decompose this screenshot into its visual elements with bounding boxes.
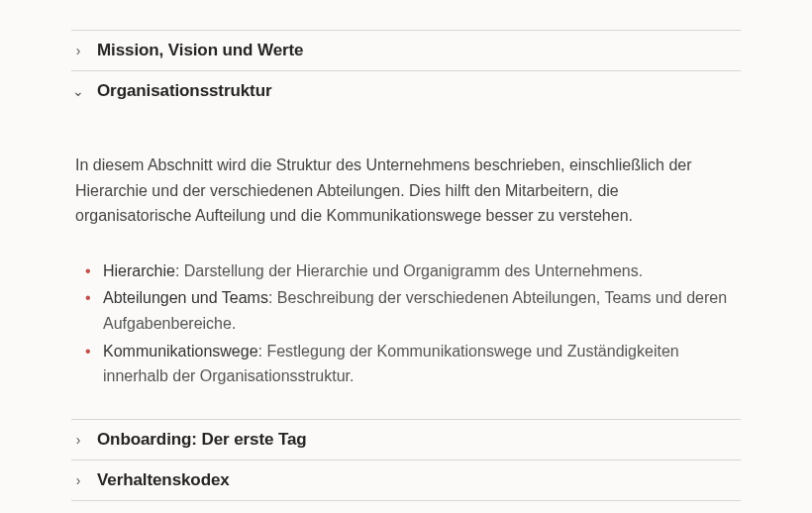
accordion-header-mission[interactable]: › Mission, Vision und Werte <box>71 31 741 70</box>
accordion-item-onboarding: › Onboarding: Der erste Tag <box>71 419 741 460</box>
chevron-right-icon: › <box>71 432 85 448</box>
bullet-list: Hierarchie: Darstellung der Hierarchie u… <box>75 258 737 389</box>
accordion-title: Mission, Vision und Werte <box>97 41 303 60</box>
list-item: Kommunikationswege: Festlegung der Kommu… <box>85 339 737 389</box>
accordion-item-processes: › Arbeitsprozesse und Arbeitsmethoden <box>71 500 741 513</box>
accordion-title: Onboarding: Der erste Tag <box>97 430 307 450</box>
list-item: Hierarchie: Darstellung der Hierarchie u… <box>85 258 737 284</box>
list-item: Abteilungen und Teams: Beschreibung der … <box>85 285 737 336</box>
bullet-term: Hierarchie <box>103 262 175 279</box>
accordion-title: Organisationsstruktur <box>97 81 271 101</box>
accordion-item-org: ⌄ Organisationsstruktur In diesem Abschn… <box>71 70 741 419</box>
intro-paragraph: In diesem Abschnitt wird die Struktur de… <box>75 153 737 229</box>
chevron-right-icon: › <box>71 43 85 58</box>
accordion-header-onboarding[interactable]: › Onboarding: Der erste Tag <box>71 420 741 460</box>
chevron-down-icon: ⌄ <box>71 83 85 99</box>
accordion-header-org[interactable]: ⌄ Organisationsstruktur <box>71 71 741 111</box>
chevron-right-icon: › <box>71 472 85 488</box>
accordion-item-conduct: › Verhaltenskodex <box>71 460 741 500</box>
accordion-item-mission: › Mission, Vision und Werte <box>71 30 741 70</box>
accordion-title: Verhaltenskodex <box>97 470 230 490</box>
bullet-desc: : Darstellung der Hierarchie und Organig… <box>175 262 643 279</box>
bullet-term: Kommunikationswege <box>103 343 258 359</box>
bullet-term: Abteilungen und Teams <box>103 289 268 306</box>
accordion-header-processes[interactable]: › Arbeitsprozesse und Arbeitsmethoden <box>71 501 741 513</box>
accordion-body-org: In diesem Abschnitt wird die Struktur de… <box>71 111 741 419</box>
accordion-header-conduct[interactable]: › Verhaltenskodex <box>71 461 741 500</box>
